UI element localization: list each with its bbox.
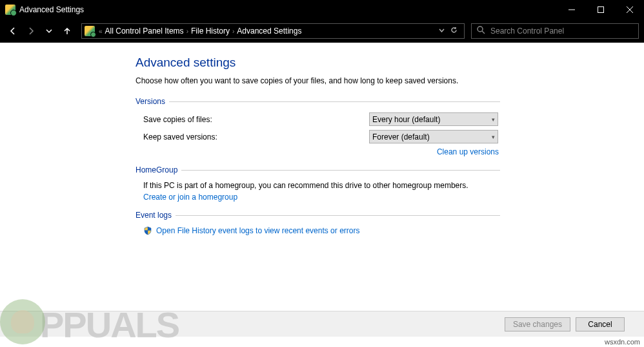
versions-group: Versions Save copies of files: Every hou… xyxy=(136,97,500,156)
address-dropdown-icon[interactable] xyxy=(438,26,445,36)
divider xyxy=(181,170,500,171)
open-event-logs-link[interactable]: Open File History event logs to view rec… xyxy=(156,226,359,235)
page-description: Choose how often you want to save copies… xyxy=(136,76,644,85)
eventlogs-group: Event logs Open File History event logs … xyxy=(136,211,500,235)
refresh-icon[interactable] xyxy=(450,26,458,36)
breadcrumb-item[interactable]: Advanced Settings xyxy=(237,26,301,36)
recent-locations-button[interactable] xyxy=(41,23,57,39)
search-input[interactable] xyxy=(490,26,633,36)
cancel-button[interactable]: Cancel xyxy=(576,317,625,331)
search-box[interactable] xyxy=(471,23,639,39)
save-copies-label: Save copies of files: xyxy=(143,115,369,124)
eventlogs-header: Event logs xyxy=(136,211,176,220)
breadcrumb-item[interactable]: All Control Panel Items xyxy=(105,26,184,36)
forward-button[interactable] xyxy=(23,23,39,39)
homegroup-header: HomeGroup xyxy=(136,165,181,174)
page-title: Advanced settings xyxy=(136,56,644,70)
versions-header: Versions xyxy=(136,97,169,106)
close-button[interactable] xyxy=(615,0,644,19)
keep-versions-value: Forever (default) xyxy=(372,132,430,142)
cleanup-versions-link[interactable]: Clean up versions xyxy=(437,147,499,156)
chevron-right-icon: › xyxy=(186,28,188,35)
site-credit: wsxdn.com xyxy=(605,338,640,346)
address-bar[interactable]: « All Control Panel Items › File History… xyxy=(81,23,465,39)
create-join-homegroup-link[interactable]: Create or join a homegroup xyxy=(143,193,237,202)
window-title: Advanced Settings xyxy=(19,5,557,14)
breadcrumb-item[interactable]: File History xyxy=(191,26,230,36)
navbar: « All Control Panel Items › File History… xyxy=(0,19,644,43)
chevron-down-icon: ▾ xyxy=(492,134,495,140)
chevron-right-icon: › xyxy=(232,28,234,35)
location-icon xyxy=(85,26,95,36)
app-icon xyxy=(5,5,15,15)
save-changes-button[interactable]: Save changes xyxy=(505,317,570,331)
minimize-button[interactable] xyxy=(557,0,586,19)
chevron-down-icon: ▾ xyxy=(492,116,495,123)
svg-point-1 xyxy=(478,26,483,32)
titlebar: Advanced Settings xyxy=(0,0,644,19)
divider xyxy=(169,101,500,102)
breadcrumb-prefix: « xyxy=(99,28,103,35)
maximize-button[interactable] xyxy=(586,0,615,19)
keep-versions-label: Keep saved versions: xyxy=(143,132,369,142)
save-copies-value: Every hour (default) xyxy=(372,115,440,124)
up-button[interactable] xyxy=(59,23,75,39)
back-button[interactable] xyxy=(5,23,21,39)
save-copies-select[interactable]: Every hour (default) ▾ xyxy=(369,112,498,126)
footer: Save changes Cancel xyxy=(0,311,644,337)
window-controls xyxy=(557,0,644,19)
shield-icon xyxy=(143,226,152,235)
svg-rect-0 xyxy=(598,7,603,13)
homegroup-text: If this PC is part of a homegroup, you c… xyxy=(143,181,500,190)
breadcrumb: « All Control Panel Items › File History… xyxy=(99,26,438,36)
divider xyxy=(176,215,500,216)
content-area: Advanced settings Choose how often you w… xyxy=(0,43,644,235)
homegroup-group: HomeGroup If this PC is part of a homegr… xyxy=(136,165,500,202)
keep-versions-select[interactable]: Forever (default) ▾ xyxy=(369,130,498,143)
search-icon xyxy=(477,26,490,36)
